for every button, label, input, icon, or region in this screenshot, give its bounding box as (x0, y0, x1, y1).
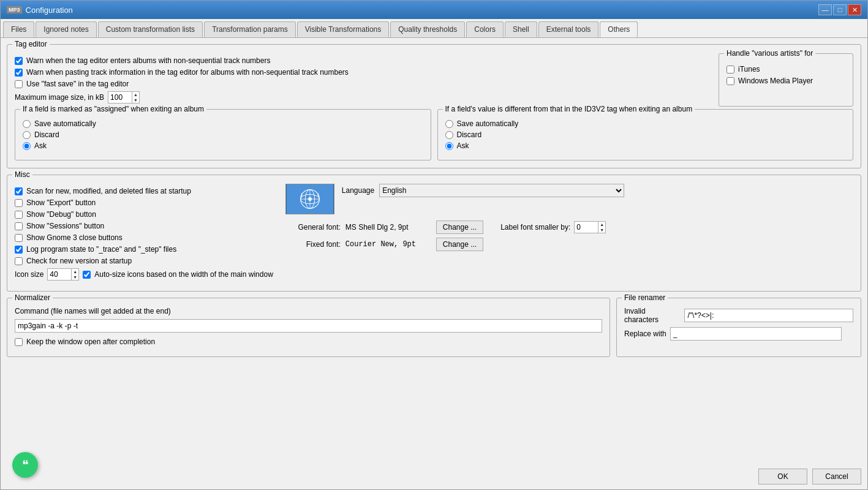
normalizer-group: Normalizer Command (file names will get … (7, 298, 610, 357)
if-field-different-group: If a field's value is different from tha… (437, 109, 854, 160)
title-bar-left: MP3 Configuration (7, 6, 73, 15)
auto-size-checkbox[interactable] (83, 271, 91, 279)
fixed-font-value: Courier New, 9pt (345, 240, 431, 249)
max-image-down[interactable]: ▼ (132, 97, 139, 103)
if-marked-assigned-title: If a field is marked as "assigned" when … (20, 105, 206, 113)
cancel-button[interactable]: Cancel (812, 469, 861, 484)
different-save-auto-label: Save automatically (457, 119, 519, 128)
different-ask-label: Ask (457, 141, 469, 150)
itunes-label: iTunes (738, 65, 760, 74)
assigned-discard-radio[interactable] (23, 131, 31, 139)
icon-size-input[interactable] (48, 270, 71, 279)
warn-pasting-checkbox[interactable] (15, 69, 23, 77)
tab-quality-thresholds[interactable]: Quality thresholds (390, 21, 465, 37)
tab-ignored-notes[interactable]: Ignored notes (36, 21, 96, 37)
fast-save-row: Use "fast save" in the tag editor (15, 80, 712, 88)
tabs-bar: Files Ignored notes Custom transformatio… (1, 19, 867, 38)
replace-with-input[interactable] (670, 327, 842, 341)
different-discard-radio[interactable] (445, 131, 453, 139)
tab-visible-transformations[interactable]: Visible Transformations (297, 21, 390, 37)
keep-open-checkbox[interactable] (15, 338, 23, 346)
log-label: Log program state to "_trace" and "_step… (26, 245, 176, 254)
assigned-save-auto-radio[interactable] (23, 120, 31, 128)
language-select[interactable]: English French German Spanish (379, 184, 624, 197)
misc-title: Misc (12, 170, 32, 179)
warn-pasting-label: Warn when pasting track information in t… (26, 68, 349, 77)
fast-save-checkbox[interactable] (15, 80, 23, 88)
max-image-input[interactable] (108, 92, 132, 102)
check-checkbox[interactable] (15, 257, 23, 265)
gnome-checkbox[interactable] (15, 234, 23, 242)
close-button[interactable]: ✕ (848, 4, 861, 15)
tab-others[interactable]: Others (600, 21, 638, 37)
log-checkbox[interactable] (15, 246, 23, 254)
wmp-checkbox[interactable] (726, 77, 734, 85)
label-font-smaller-row: Label font smaller by: ▲ ▼ (500, 221, 606, 233)
assigned-save-auto-row: Save automatically (23, 119, 423, 128)
scan-checkbox[interactable] (15, 187, 23, 195)
file-renamer-content: Invalid characters Replace with (624, 307, 853, 341)
icon-size-down[interactable]: ▼ (72, 274, 78, 280)
assigned-save-auto-label: Save automatically (34, 119, 96, 128)
misc-content: Scan for new, modified, and deleted file… (15, 184, 853, 284)
icon-size-spinner[interactable]: ▲ ▼ (47, 268, 79, 281)
sessions-row: Show "Sessions" button (15, 222, 273, 230)
handle-various-artists-box: Handle "various artists" for iTunes Wind… (719, 53, 853, 107)
debug-row: Show "Debug" button (15, 210, 273, 219)
invalid-chars-row: Invalid characters (624, 307, 853, 324)
label-font-smaller-down[interactable]: ▼ (598, 227, 605, 233)
label-font-smaller-up[interactable]: ▲ (598, 222, 605, 227)
icon-size-row: Icon size ▲ ▼ Auto-size icons based on t… (15, 268, 273, 281)
general-font-change-button[interactable]: Change ... (436, 221, 483, 234)
icon-size-label: Icon size (15, 270, 43, 279)
label-font-smaller-spinner[interactable]: ▲ ▼ (574, 221, 606, 233)
tag-editor-content: Warn when the tag editor enters albums w… (15, 53, 853, 160)
label-font-smaller-label: Label font smaller by: (500, 223, 570, 232)
misc-right: Language English French German Spanish (285, 184, 853, 284)
scan-label: Scan for new, modified, and deleted file… (26, 187, 191, 195)
different-ask-radio[interactable] (445, 142, 453, 150)
tab-colors[interactable]: Colors (466, 21, 504, 37)
maximize-button[interactable]: □ (833, 4, 847, 15)
ok-button[interactable]: OK (758, 469, 807, 484)
warn-nonseq-row: Warn when the tag editor enters albums w… (15, 56, 712, 65)
section-split: If a field is marked as "assigned" when … (15, 109, 853, 160)
invalid-chars-input[interactable] (684, 309, 853, 322)
misc-layout: Scan for new, modified, and deleted file… (15, 184, 853, 284)
title-controls: — □ ✕ (818, 4, 861, 15)
export-row: Show "Export" button (15, 198, 273, 207)
different-save-auto-radio[interactable] (445, 120, 453, 128)
different-ask-row: Ask (445, 141, 846, 150)
label-font-smaller-input[interactable] (575, 222, 598, 232)
chat-fab-button[interactable]: ❝ (12, 452, 38, 478)
assigned-ask-row: Ask (23, 141, 423, 150)
tab-shell[interactable]: Shell (505, 21, 537, 37)
language-label: Language (342, 186, 374, 195)
bottom-buttons: OK Cancel (1, 464, 867, 489)
fixed-font-change-button[interactable]: Change ... (436, 238, 483, 251)
tab-files[interactable]: Files (3, 21, 34, 37)
icon-size-up[interactable]: ▲ (72, 269, 78, 274)
normalizer-title: Normalizer (12, 293, 53, 302)
sessions-checkbox[interactable] (15, 222, 23, 230)
warn-nonseq-checkbox[interactable] (15, 57, 23, 65)
chat-fab-icon: ❝ (22, 458, 29, 472)
tab-custom-transformation-lists[interactable]: Custom transformation lists (98, 21, 203, 37)
minimize-button[interactable]: — (818, 4, 832, 15)
max-image-spinner[interactable]: ▲ ▼ (108, 91, 140, 104)
fixed-font-row: Fixed font: Courier New, 9pt Change ... (285, 238, 853, 251)
itunes-checkbox[interactable] (726, 66, 734, 74)
tab-transformation-params[interactable]: Transformation params (204, 21, 296, 37)
flag-area: Language English French German Spanish (285, 184, 853, 214)
max-image-up[interactable]: ▲ (132, 92, 139, 97)
assigned-ask-radio[interactable] (23, 142, 31, 150)
tag-editor-group: Tag editor Warn when the tag editor ente… (7, 44, 861, 168)
if-field-different-title: If a field's value is different from tha… (443, 105, 695, 113)
export-checkbox[interactable] (15, 199, 23, 207)
normalizer-cmd-input[interactable] (15, 319, 602, 333)
tag-editor-row: Warn when the tag editor enters albums w… (15, 53, 853, 107)
debug-checkbox[interactable] (15, 211, 23, 219)
tab-external-tools[interactable]: External tools (538, 21, 599, 37)
max-image-label: Maximum image size, in kB (15, 93, 104, 102)
invalid-chars-label: Invalid characters (624, 307, 681, 324)
